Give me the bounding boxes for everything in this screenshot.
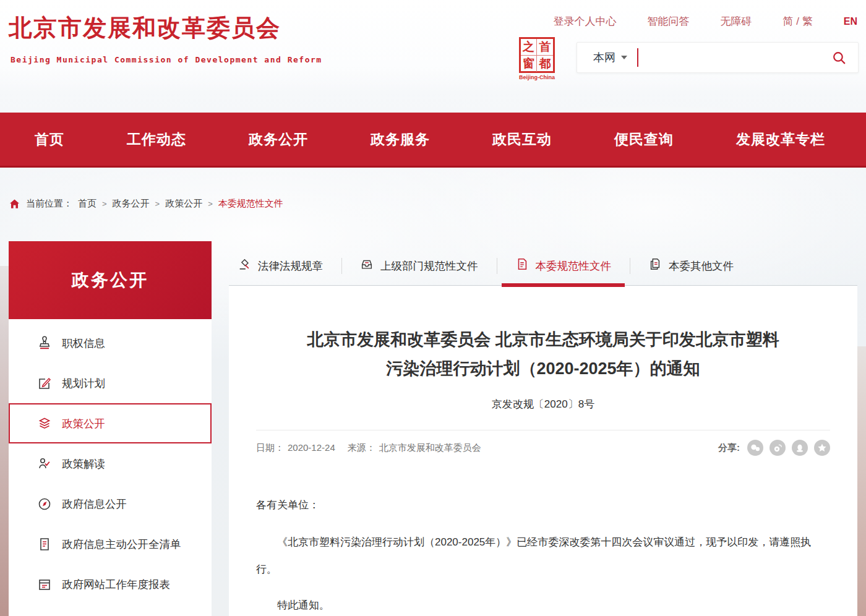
paragraph: 《北京市塑料污染治理行动计划（2020-2025年）》已经市委深改委第十四次会议… (256, 529, 830, 583)
main-content: 法律法规规章 上级部门规范性文件 本委规范性文件 本委其他文件 (229, 246, 857, 616)
seal-char: 都 (537, 56, 553, 72)
breadcrumb-policy-disclosure[interactable]: 政策公开 (165, 198, 202, 210)
nav-item-public-interaction[interactable]: 政民互动 (492, 130, 552, 149)
star-icon[interactable] (814, 440, 830, 456)
top-link-accessibility[interactable]: 无障碍 (721, 14, 752, 28)
tab-label: 上级部门规范性文件 (380, 259, 478, 273)
breadcrumb-gov-disclosure[interactable]: 政务公开 (113, 198, 150, 210)
sidebar-item-label: 政策解读 (62, 456, 105, 471)
wechat-icon[interactable] (747, 440, 763, 456)
breadcrumb-separator: > (208, 199, 213, 208)
site-logo-title[interactable]: 北京市发展和改革委员会 (9, 12, 281, 44)
share-toolbar: 分享: (718, 440, 830, 456)
article-meta: 日期： 2020-12-24 来源： 北京市发展和改革委员会 分享: (256, 430, 830, 456)
person-check-icon (37, 456, 52, 471)
sidebar-item-label: 政府信息公开 (62, 497, 127, 511)
notice-line: 特此通知。 (256, 592, 830, 616)
article-panel: 北京市发展和改革委员会 北京市生态环境局关于印发北京市塑料 污染治理行动计划（2… (229, 286, 857, 616)
nav-item-work-dynamics[interactable]: 工作动态 (127, 130, 186, 149)
tab-laws-regulations[interactable]: 法律法规规章 (229, 246, 341, 285)
breadcrumb-current: 本委规范性文件 (218, 198, 283, 210)
tab-commission-normative-docs[interactable]: 本委规范性文件 (497, 246, 630, 285)
search-scope-dropdown[interactable]: 本网 (593, 50, 627, 65)
sidebar-item-planning[interactable]: 规划计划 (9, 363, 212, 403)
search-bar: 本网 (577, 42, 859, 73)
report-icon (37, 577, 52, 592)
document-category-tabs: 法律法规规章 上级部门规范性文件 本委规范性文件 本委其他文件 (229, 246, 857, 286)
chevron-down-icon (621, 56, 627, 59)
sidebar-item-label: 政策公开 (62, 416, 105, 431)
sidebar-item-annual-website-report[interactable]: 政府网站工作年度报表 (9, 564, 212, 604)
nav-item-reform-column[interactable]: 发展改革专栏 (736, 130, 825, 149)
sidebar-item-policy-interpretation[interactable]: 政策解读 (9, 443, 212, 484)
layers-icon (37, 416, 52, 431)
article-title-line2: 污染治理行动计划（2020-2025年）的通知 (256, 354, 830, 383)
doc-list-icon (37, 537, 52, 552)
top-link-login[interactable]: 登录个人中心 (554, 14, 617, 28)
top-link-simplified-traditional[interactable]: 简 / 繁 (783, 14, 813, 28)
qq-icon[interactable] (792, 440, 808, 456)
breadcrumb-home[interactable]: 首页 (78, 198, 96, 210)
date-label: 日期： (256, 442, 284, 454)
article-meta-left: 日期： 2020-12-24 来源： 北京市发展和改革委员会 (256, 442, 481, 454)
share-label: 分享: (718, 442, 740, 454)
sidebar: 政务公开 职权信息 规划计划 政策公开 (9, 241, 212, 616)
sidebar-title: 政务公开 (9, 241, 212, 319)
breadcrumb-separator: > (155, 199, 160, 208)
sidebar-item-policy-disclosure[interactable]: 政策公开 (9, 403, 212, 443)
doc-red-icon (515, 257, 529, 274)
tab-commission-other-docs[interactable]: 本委其他文件 (630, 246, 752, 285)
inbox-icon (360, 257, 374, 274)
breadcrumb-label: 当前位置： (26, 198, 72, 210)
salutation: 各有关单位： (256, 492, 830, 519)
background-texture-right (857, 346, 866, 616)
top-link-smart-qa[interactable]: 智能问答 (648, 14, 690, 28)
top-links: 登录个人中心 智能问答 无障碍 简 / 繁 EN (554, 14, 857, 28)
sidebar-item-authority-info[interactable]: 职权信息 (9, 323, 212, 363)
tab-label: 本委其他文件 (669, 259, 734, 273)
search-icon[interactable] (831, 50, 847, 66)
sidebar-item-decision-directory[interactable]: 决策目录 (9, 604, 212, 616)
sidebar-item-label: 职权信息 (62, 336, 105, 351)
top-link-english[interactable]: EN (844, 16, 857, 27)
home-icon (9, 198, 20, 210)
capital-window-seal-logo[interactable]: 之 首 窗 都 Beijing-China (517, 37, 557, 80)
search-input[interactable] (638, 43, 831, 72)
document-number: 京发改规〔2020〕8号 (256, 397, 830, 411)
main-navigation: 首页 工作动态 政务公开 政务服务 政民互动 便民查询 发展改革专栏 (0, 113, 866, 168)
breadcrumb-separator: > (102, 199, 107, 208)
article-body: 各有关单位： 《北京市塑料污染治理行动计划（2020-2025年）》已经市委深改… (256, 492, 830, 616)
seal-char: 首 (537, 39, 553, 56)
nav-item-convenient-inquiry[interactable]: 便民查询 (614, 130, 674, 149)
nav-item-gov-disclosure[interactable]: 政务公开 (249, 130, 308, 149)
article-date: 2020-12-24 (288, 442, 335, 454)
files-icon (648, 257, 662, 274)
tab-label: 本委规范性文件 (536, 259, 612, 273)
article-title: 北京市发展和改革委员会 北京市生态环境局关于印发北京市塑料 污染治理行动计划（2… (256, 325, 830, 383)
tab-superior-normative-docs[interactable]: 上级部门规范性文件 (341, 246, 497, 285)
search-scope-label: 本网 (593, 50, 615, 65)
compass-icon (37, 497, 52, 511)
edit-icon (37, 376, 52, 391)
background-texture-left (0, 266, 9, 616)
article-source: 北京市发展和改革委员会 (379, 442, 481, 454)
site-logo-subtitle: Beijing Municipal Commission of Developm… (11, 55, 322, 64)
sidebar-item-gov-info-disclosure[interactable]: 政府信息公开 (9, 484, 212, 524)
sidebar-item-label: 政府信息主动公开全清单 (62, 537, 181, 552)
weibo-icon[interactable] (770, 440, 786, 456)
seal-char: 窗 (521, 56, 537, 72)
seal-char: 之 (521, 39, 537, 56)
nav-item-home[interactable]: 首页 (35, 130, 64, 149)
seal-grid: 之 首 窗 都 (519, 37, 555, 73)
tab-label: 法律法规规章 (258, 259, 323, 273)
breadcrumb: 当前位置： 首页 > 政务公开 > 政策公开 > 本委规范性文件 (9, 198, 283, 210)
sidebar-menu: 职权信息 规划计划 政策公开 政策解读 (9, 319, 212, 616)
stamp-icon (37, 336, 52, 351)
seal-caption: Beijing-China (517, 74, 557, 80)
sidebar-item-label: 规划计划 (62, 376, 105, 391)
law-icon (238, 257, 251, 274)
site-header: 北京市发展和改革委员会 Beijing Municipal Commission… (0, 0, 866, 93)
nav-item-gov-services[interactable]: 政务服务 (371, 130, 430, 149)
sidebar-item-proactive-disclosure-list[interactable]: 政府信息主动公开全清单 (9, 524, 212, 564)
article-title-line1: 北京市发展和改革委员会 北京市生态环境局关于印发北京市塑料 (256, 325, 830, 354)
